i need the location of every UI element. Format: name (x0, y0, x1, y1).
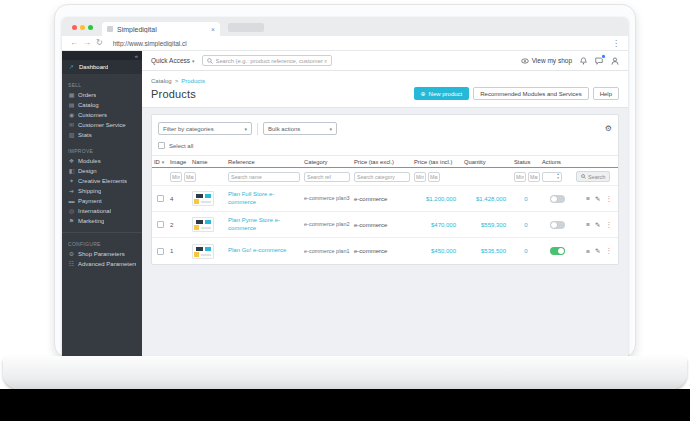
filter-search-button[interactable]: Search (576, 171, 610, 182)
sidebar: « ↗ Dashboard SELL▦Orders▤Catalog◉Custom… (62, 51, 142, 359)
sidebar-item-label: Shipping (78, 188, 101, 194)
column-header-price-tax-excl[interactable]: Price (tax excl.) (352, 159, 412, 165)
row-more-icon[interactable]: ⋮ (606, 247, 613, 255)
row-more-icon[interactable]: ⋮ (606, 221, 613, 229)
toolbar-divider (257, 123, 258, 135)
help-button[interactable]: Help (593, 87, 619, 100)
profile-button[interactable] (611, 57, 619, 65)
price-min-input[interactable] (414, 172, 426, 182)
product-thumbnail[interactable] (192, 217, 214, 232)
price-max-input[interactable] (428, 172, 440, 182)
product-name-link[interactable]: Plan Pyme Store e-commerce (226, 217, 302, 232)
select-all-checkbox[interactable] (158, 142, 165, 149)
sidebar-item-creative-elements[interactable]: ✦Creative Elements (62, 176, 142, 186)
new-product-button[interactable]: ⊕ New product (414, 87, 470, 100)
cell-price-tax-incl: $1,428,000 (462, 196, 512, 202)
row-dropdown-icon[interactable]: ≡ (586, 248, 590, 255)
background-bottom-bar (0, 389, 690, 421)
sidebar-item-catalog[interactable]: ▤Catalog (62, 100, 142, 110)
search-category-input[interactable] (354, 172, 410, 182)
sidebar-item-stats[interactable]: ▥Stats (62, 130, 142, 140)
sidebar-item-marketing[interactable]: ⚑Marketing (62, 216, 142, 226)
international-icon: ◎ (68, 208, 75, 214)
column-header-id[interactable]: ID▾ (152, 159, 168, 165)
column-header-price-tax-incl[interactable]: Price (tax incl.) (412, 159, 462, 165)
id-max-input[interactable] (184, 172, 196, 182)
row-checkbox[interactable] (157, 195, 164, 202)
column-header-category[interactable]: Category (302, 159, 352, 165)
column-header-status[interactable]: Status (512, 159, 540, 165)
caret-down-icon: ▾ (557, 177, 559, 181)
search-reference-input[interactable] (304, 172, 350, 182)
status-filter-select[interactable]: ▴ ▾ (542, 172, 562, 182)
sidebar-item-payment[interactable]: ▬Payment (62, 196, 142, 206)
search-input[interactable] (216, 58, 327, 64)
sidebar-item-advanced-parameters[interactable]: ☷Advanced Parameters (62, 259, 142, 269)
sidebar-item-international[interactable]: ◎International (62, 206, 142, 216)
product-thumbnail[interactable] (192, 244, 214, 259)
dashboard-icon: ↗ (68, 64, 75, 70)
view-my-shop-link[interactable]: View my shop (521, 57, 572, 64)
tab-close-icon[interactable]: × (211, 26, 215, 33)
search-name-input[interactable] (228, 172, 300, 182)
sidebar-item-shop-parameters[interactable]: ⚙Shop Parameters (62, 249, 142, 259)
refresh-icon[interactable]: ↻ (96, 39, 103, 47)
back-icon[interactable]: ← (70, 39, 78, 47)
column-header-quantity[interactable]: Quantity (462, 159, 512, 165)
product-name-link[interactable]: Plan Go! e-commerce (226, 247, 302, 255)
notifications-button[interactable] (580, 57, 587, 65)
sidebar-item-design[interactable]: ◧Design (62, 166, 142, 176)
messages-button[interactable] (595, 57, 603, 65)
address-url[interactable]: http://www.simpledigital.cl (113, 40, 607, 47)
browser-tab[interactable]: Simpledigital × (102, 22, 220, 36)
edit-icon[interactable]: ✎ (595, 221, 600, 229)
edit-icon[interactable]: ✎ (595, 195, 600, 203)
sidebar-item-shipping[interactable]: ➔Shipping (62, 186, 142, 196)
sidebar-item-label: Dashboard (79, 64, 108, 70)
cell-price-tax-excl: $1,200,000 (412, 196, 462, 202)
quantity-max-input[interactable] (528, 172, 540, 182)
catalog-icon: ▤ (68, 102, 75, 108)
row-checkbox[interactable] (157, 221, 164, 228)
close-window-icon[interactable] (72, 25, 77, 30)
cell-quantity: 0 (512, 196, 540, 202)
collapse-sidebar-icon[interactable]: « (135, 53, 138, 59)
column-header-name[interactable]: Name (190, 159, 226, 165)
row-checkbox[interactable] (157, 248, 164, 255)
sidebar-item-customers[interactable]: ◉Customers (62, 110, 142, 120)
sidebar-item-customer-service[interactable]: ✉Customer Service (62, 120, 142, 130)
new-tab-button[interactable] (228, 23, 264, 32)
forward-icon[interactable]: → (83, 39, 91, 47)
browser-menu-icon[interactable]: ⋮ (612, 39, 620, 48)
maximize-window-icon[interactable] (88, 25, 93, 30)
sidebar-item-orders[interactable]: ▦Orders (62, 90, 142, 100)
product-thumbnail[interactable] (192, 191, 214, 206)
sidebar-item-dashboard[interactable]: ↗ Dashboard (62, 60, 142, 74)
design-icon: ◧ (68, 168, 75, 174)
status-toggle[interactable] (550, 247, 565, 255)
breadcrumb-parent[interactable]: Catalog (151, 78, 172, 84)
status-toggle[interactable] (550, 195, 565, 203)
sidebar-item-modules[interactable]: ❖Modules (62, 156, 142, 166)
status-toggle[interactable] (550, 221, 565, 229)
column-header-image[interactable]: Image (168, 159, 190, 165)
grid-settings-icon[interactable]: ⚙ (605, 125, 612, 133)
bulk-actions-select[interactable]: Bulk actions ▾ (263, 122, 337, 135)
column-header-reference[interactable]: Reference (226, 159, 302, 165)
row-dropdown-icon[interactable]: ≡ (586, 221, 590, 228)
quantity-min-input[interactable] (514, 172, 526, 182)
recommended-modules-button[interactable]: Recommended Modules and Services (473, 87, 588, 100)
row-dropdown-icon[interactable]: ≡ (586, 195, 590, 202)
browser-url-bar: ← → ↻ http://www.simpledigital.cl ⋮ (62, 36, 628, 51)
product-name-link[interactable]: Plan Full Store e-commerce (226, 191, 302, 206)
minimize-window-icon[interactable] (80, 25, 85, 30)
edit-icon[interactable]: ✎ (595, 247, 600, 255)
id-min-input[interactable] (170, 172, 182, 182)
row-more-icon[interactable]: ⋮ (606, 195, 613, 203)
main-area: Quick Access ▾ (142, 51, 628, 359)
column-header-actions[interactable]: Actions (540, 159, 574, 165)
select-all-row: Select all (152, 140, 618, 155)
quick-access-menu[interactable]: Quick Access ▾ (151, 57, 195, 64)
cell-price-tax-excl: $470,000 (412, 222, 462, 228)
filter-by-categories-select[interactable]: Filter by categories ▾ (158, 122, 252, 135)
